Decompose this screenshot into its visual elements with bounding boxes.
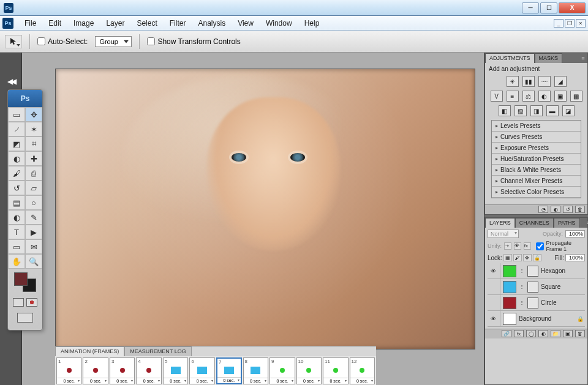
layers-fx-button[interactable]: fx [514, 330, 524, 337]
layer-link-icon[interactable]: ⋮ [519, 284, 525, 290]
layer-row[interactable]: Background🔒 [488, 311, 585, 327]
animation-frame[interactable]: 120 sec. [350, 357, 375, 384]
layer-mask-thumbnail[interactable] [527, 282, 538, 293]
threshold-icon[interactable]: ◨ [530, 105, 543, 116]
history-brush-tool[interactable]: ↺ [8, 181, 25, 195]
animation-frame[interactable]: 70 sec. [216, 357, 242, 384]
eraser-tool[interactable]: ▱ [25, 181, 42, 195]
magic-wand-tool[interactable]: ✶ [25, 122, 42, 136]
animation-frame[interactable]: 60 sec. [189, 357, 214, 384]
channel-mixer-icon[interactable]: ▦ [570, 91, 582, 102]
show-transform-checkbox[interactable]: Show Transform Controls [147, 37, 240, 46]
frame-delay[interactable]: 0 sec. [83, 378, 107, 384]
preset-curves-presets[interactable]: Curves Presets [492, 132, 581, 143]
frame-delay[interactable]: 0 sec. [350, 378, 374, 384]
preset-channel-mixer-presets[interactable]: Channel Mixer Presets [492, 176, 581, 187]
type-tool[interactable]: T [8, 225, 25, 239]
animation-frame[interactable]: 80 sec. [243, 357, 268, 384]
layer-row[interactable]: ⋮Circle [488, 295, 585, 311]
dodge-tool[interactable]: ◐ [8, 210, 25, 225]
lock-transparency-icon[interactable]: ▦ [503, 254, 512, 261]
pen-tool[interactable]: ✎ [25, 210, 42, 225]
animation-frame[interactable]: 50 sec. [163, 357, 188, 384]
animation-frame[interactable]: 90 sec. [270, 357, 295, 384]
menu-select[interactable]: Select [130, 17, 163, 29]
screen-mode-button[interactable] [17, 313, 33, 323]
gradient-map-icon[interactable]: ▬ [546, 105, 559, 116]
layer-name[interactable]: Circle [541, 299, 584, 306]
preset-exposure-presets[interactable]: Exposure Presets [492, 143, 581, 154]
frame-delay[interactable]: 0 sec. [270, 378, 294, 384]
zoom-tool[interactable]: 🔍 [25, 254, 42, 269]
frame-delay[interactable]: 0 sec. [297, 378, 321, 384]
path-select-tool[interactable]: ▶ [25, 225, 42, 239]
color-swatches[interactable] [14, 272, 36, 292]
animation-frame[interactable]: 40 sec. [136, 357, 161, 384]
menu-window[interactable]: Window [260, 17, 298, 29]
menu-image[interactable]: Image [67, 17, 100, 29]
layers-mask-button[interactable]: ◯ [526, 330, 536, 337]
tab-adjustments[interactable]: ADJUSTMENTS [485, 53, 535, 63]
black-white-icon[interactable]: ◐ [538, 91, 551, 102]
frame-delay[interactable]: 0 sec. [110, 378, 134, 384]
blend-mode-select[interactable]: Normal [488, 230, 519, 238]
preset-selective-color-presets[interactable]: Selective Color Presets [492, 187, 581, 198]
gradient-tool[interactable]: ▤ [8, 195, 25, 210]
animation-frame[interactable]: 10 sec. [56, 357, 81, 384]
layer-name[interactable]: Hexagon [541, 267, 584, 274]
tab-layers[interactable]: LAYERS [485, 218, 515, 228]
unify-position-icon[interactable]: ⇢ [504, 242, 511, 250]
adjustments-view-button[interactable]: ◐ [551, 206, 560, 213]
lock-all-icon[interactable]: 🔒 [533, 254, 541, 261]
layer-mask-thumbnail[interactable] [527, 297, 538, 308]
adjustments-reset-button[interactable]: ↺ [563, 206, 573, 213]
layer-name[interactable]: Background [519, 315, 575, 322]
frame-delay[interactable]: 0 sec. [57, 378, 81, 384]
unify-visibility-icon[interactable]: 👁 [514, 242, 521, 250]
layer-visibility-icon[interactable] [489, 315, 497, 323]
layer-visibility-icon[interactable] [489, 267, 497, 275]
preset-hue-saturation-presets[interactable]: Hue/Saturation Presets [492, 154, 581, 165]
dock-expand-handle[interactable]: ◀◀ [7, 77, 15, 86]
layer-mask-thumbnail[interactable] [527, 266, 538, 277]
adjustments-clip-button[interactable]: ◔ [538, 206, 548, 213]
timeline-tab-measurement[interactable]: MEASUREMENT LOG [124, 346, 191, 356]
frame-delay[interactable]: 0 sec. [323, 378, 347, 384]
selective-color-icon[interactable]: ◪ [562, 105, 575, 116]
frame-delay[interactable]: 0 sec. [217, 377, 241, 383]
propagate-frame-checkbox[interactable] [536, 242, 544, 250]
doc-minimize-button[interactable]: _ [554, 19, 564, 28]
move-tool[interactable]: ✥ [25, 107, 42, 122]
doc-close-button[interactable]: × [576, 19, 586, 28]
menu-layer[interactable]: Layer [100, 17, 130, 29]
hand-tool[interactable]: ✋ [8, 254, 25, 269]
invert-icon[interactable]: ◧ [499, 105, 511, 116]
opacity-input[interactable]: 100% [565, 230, 585, 237]
layer-thumbnail[interactable] [503, 265, 516, 277]
menu-help[interactable]: Help [298, 17, 326, 29]
layers-adjustment-button[interactable]: ◐ [538, 330, 548, 337]
slice-tool[interactable]: ⌗ [25, 136, 42, 151]
auto-select-checkbox[interactable]: Auto-Select: [37, 37, 88, 46]
frame-delay[interactable]: 0 sec. [190, 378, 214, 384]
foreground-color-swatch[interactable] [14, 272, 28, 286]
preset-levels-presets[interactable]: Levels Presets [492, 121, 581, 132]
vibrance-icon[interactable]: V [491, 91, 503, 102]
quick-mask-mode-icon[interactable] [26, 298, 37, 307]
fill-input[interactable]: 100% [565, 254, 585, 261]
menu-filter[interactable]: Filter [164, 17, 192, 29]
layers-link-button[interactable]: 🔗 [502, 330, 511, 337]
eyedropper-tool[interactable]: ◐ [8, 151, 25, 166]
lasso-tool[interactable]: ⟋ [8, 122, 25, 136]
adjustments-delete-button[interactable]: 🗑 [575, 206, 585, 213]
posterize-icon[interactable]: ▨ [514, 105, 527, 116]
unify-style-icon[interactable]: fx [524, 242, 531, 250]
animation-frame[interactable]: 110 sec. [323, 357, 348, 384]
layer-link-icon[interactable]: ⋮ [519, 300, 525, 305]
tab-paths[interactable]: PATHS [554, 218, 580, 228]
frame-delay[interactable]: 0 sec. [164, 378, 187, 384]
layer-row[interactable]: ⋮Hexagon [488, 263, 585, 279]
color-balance-icon[interactable]: ⚖ [522, 91, 535, 102]
rect-marquee-tool[interactable]: ▭ [8, 107, 25, 122]
layer-thumbnail[interactable] [503, 313, 516, 325]
